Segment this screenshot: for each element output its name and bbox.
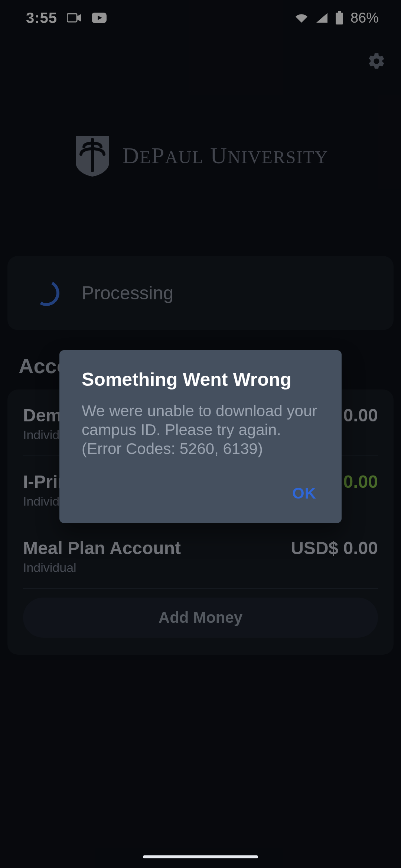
error-dialog: Something Went Wrong We were unable to d… [59,350,342,523]
home-indicator[interactable] [143,855,258,858]
dialog-title: Something Went Wrong [82,369,319,390]
dialog-message: We were unable to download your campus I… [82,401,319,458]
dialog-ok-button[interactable]: OK [292,484,316,502]
